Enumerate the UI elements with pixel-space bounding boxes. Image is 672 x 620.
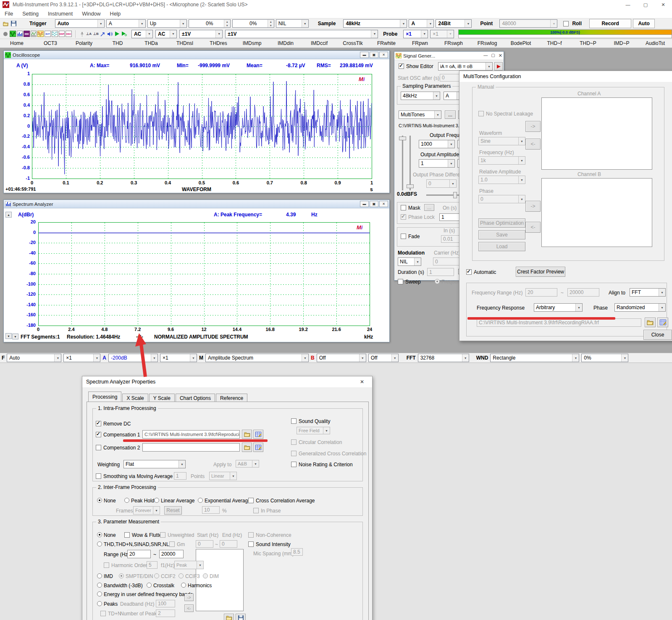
add-to-a-button[interactable]: -> (525, 121, 541, 132)
multimeter-icon[interactable]: 888 (24, 31, 30, 37)
phase-mode-select[interactable]: Randomized (614, 303, 666, 312)
properties-tab-y-scale[interactable]: Y Scale (149, 394, 175, 402)
view-tab-bodeplot[interactable]: BodePlot (504, 40, 538, 46)
speaker-icon[interactable] (107, 31, 113, 37)
b-range-select[interactable]: Off (317, 354, 366, 362)
bit-depth-select[interactable]: 24Bit (436, 19, 472, 28)
remove-from-b-button[interactable]: <- (525, 222, 541, 233)
load-button[interactable]: Load (478, 242, 525, 251)
spectrum-plot[interactable] (38, 222, 370, 326)
ddc-icon[interactable]: DDC (66, 31, 72, 37)
coupling-a-select[interactable]: AC (131, 30, 153, 38)
restore-icon[interactable]: ▣ (370, 52, 378, 58)
frequency-a-select[interactable]: 1000 (419, 140, 455, 148)
harmonics-radio[interactable] (181, 583, 186, 588)
properties-tab-processing[interactable]: Processing (88, 391, 121, 402)
frequency-response-select[interactable]: Arbitrary (534, 303, 583, 312)
sampling-channel-select[interactable]: A (409, 19, 434, 28)
harmonic-order-checkbox[interactable] (104, 562, 109, 568)
frequency-max-field[interactable]: 20000 (567, 288, 599, 297)
properties-tab-x-scale[interactable]: X Scale (122, 394, 148, 402)
spectrum-analyzer-icon[interactable] (17, 31, 23, 37)
view-tab-frswlog[interactable]: FRswlog (470, 40, 504, 46)
channel-b-listbox[interactable] (541, 178, 652, 247)
smoothing-points-field[interactable]: 1 (174, 472, 186, 480)
view-tab-crosstlk[interactable]: CrossTlk (336, 40, 370, 46)
close-icon[interactable]: ✕ (379, 201, 388, 207)
sampling-rate-select[interactable]: 48kHz (343, 19, 407, 28)
view-tab-thda[interactable]: THDa (134, 40, 168, 46)
record-length-select[interactable]: 48000 (499, 19, 557, 28)
record-dot-icon[interactable] (3, 31, 9, 37)
waveform-type-select[interactable]: MultiTones (399, 110, 441, 119)
dim-radio[interactable] (203, 573, 208, 578)
coupling-b-select[interactable]: AC (155, 30, 177, 38)
trigger-hpf-select[interactable]: NIL (276, 19, 309, 28)
generalized-cross-correlation-checkbox[interactable] (291, 451, 297, 456)
trigger-delay-stepper[interactable]: 0%▲▼ (232, 19, 274, 28)
apply-to-select[interactable]: A&B (236, 460, 259, 468)
start-hz-field[interactable]: 0 (196, 540, 213, 548)
view-tab-imddin[interactable]: IMDdin (269, 40, 302, 46)
frequency-select[interactable]: 1k (478, 156, 525, 165)
open-fcf2-button[interactable] (242, 443, 252, 452)
view-tab-polarity[interactable]: Polarity (67, 40, 101, 46)
generator-run-button[interactable] (494, 62, 503, 71)
menu-window[interactable]: Window (77, 11, 105, 17)
wnd-type-select[interactable]: Rectangle (490, 354, 579, 362)
probe-calibration-icon[interactable] (100, 31, 106, 37)
close-icon[interactable]: ✕ (499, 53, 502, 58)
modulation-select[interactable]: NIL (398, 257, 421, 266)
unweighted-checkbox[interactable] (160, 532, 165, 538)
fft-size-select[interactable]: 32768 (418, 354, 469, 362)
in-phase-checkbox[interactable] (253, 508, 259, 513)
waveform-select[interactable]: Sine (478, 137, 525, 145)
slider-thumb[interactable] (399, 137, 406, 140)
overlap-select[interactable]: 0% (581, 354, 628, 362)
phase-lock-checkbox[interactable] (401, 214, 406, 220)
mask-more-button[interactable]: ... (424, 204, 434, 211)
sound-quality-checkbox[interactable] (291, 418, 297, 424)
wow-flutter-checkbox[interactable] (124, 532, 130, 538)
peak-hold-radio[interactable] (124, 498, 129, 503)
edit-frf-table-button[interactable] (657, 318, 668, 327)
maximize-icon[interactable]: ▢ (491, 53, 495, 58)
input-b-icon[interactable]: ⊥B (93, 31, 99, 37)
input-a-icon[interactable]: ⊥A (86, 31, 92, 37)
frames-select[interactable]: Forever (133, 506, 160, 515)
sound-card-calibration-icon[interactable] (79, 31, 85, 37)
ccif2-radio[interactable] (154, 573, 159, 578)
view-tab-imd-p[interactable]: IMD~P (605, 40, 638, 46)
b-mult-select[interactable]: Off (368, 354, 399, 362)
fade-checkbox[interactable] (401, 234, 406, 239)
view-tab-frwhite[interactable]: FRwhite (370, 40, 403, 46)
sweep-frequency-radio[interactable] (435, 279, 440, 284)
save-icon[interactable] (10, 21, 17, 27)
close-icon[interactable]: ✕ (379, 52, 388, 58)
load-bands-button[interactable] (224, 614, 234, 620)
compensation1-checkbox[interactable] (96, 432, 101, 437)
routing-select[interactable]: iA = oA, iB = oB (438, 62, 493, 71)
deadband-field[interactable]: 100 (156, 600, 175, 607)
avg-none-radio[interactable] (97, 498, 102, 503)
ddp-viewer-icon[interactable]: DDP (59, 31, 65, 37)
menu-help[interactable]: Help (105, 11, 126, 17)
range-max-field[interactable]: 20000 (159, 550, 184, 558)
view-tab-oct3[interactable]: OCT3 (34, 40, 67, 46)
record-button[interactable]: Record (589, 19, 631, 28)
f-mode-select[interactable]: Auto (7, 354, 61, 362)
param-none-radio[interactable] (97, 532, 102, 537)
trigger-source-select[interactable]: A (106, 19, 146, 28)
minimize-icon[interactable]: ▬ (360, 52, 369, 58)
save-button[interactable]: Save (478, 230, 525, 239)
slider-thumb[interactable] (453, 192, 457, 198)
oscilloscope-title-bar[interactable]: Oscilloscope ▬ ▣ ✕ (4, 51, 389, 59)
amplitude-slider-b[interactable] (410, 136, 411, 190)
range-a-select[interactable]: ±1V (179, 30, 223, 38)
remove-band-button[interactable]: <- (184, 604, 194, 612)
weighting-select[interactable]: Flat (123, 460, 186, 468)
noise-rating-checkbox[interactable] (291, 462, 297, 467)
exp-average-pct-field[interactable]: 10 (202, 506, 220, 514)
probe-b-select[interactable]: ×1 (430, 30, 454, 38)
view-tab-imdccif[interactable]: IMDccif (302, 40, 336, 46)
